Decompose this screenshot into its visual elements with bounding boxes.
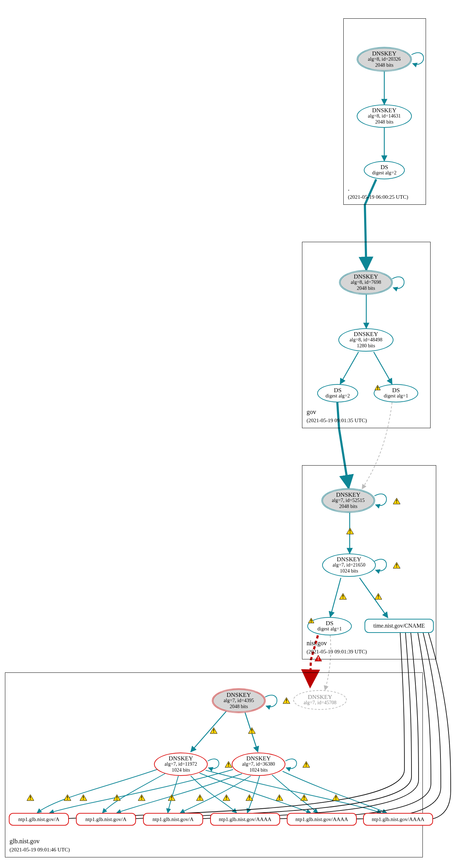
ds-digest: digest alg=1 <box>318 626 342 632</box>
gov-ds2[interactable]: DS digest alg=1 <box>374 384 418 402</box>
svg-rect-31 <box>251 732 252 732</box>
svg-rect-36 <box>30 796 31 798</box>
dnskey-label: DNSKEY <box>308 694 332 700</box>
rr-a-3[interactable]: ntp1.glb.nist.gov/A <box>143 813 203 826</box>
ds-label: DS <box>392 387 400 393</box>
svg-rect-51 <box>226 799 227 800</box>
nist-cname[interactable]: time.nist.gov/CNAME <box>365 619 434 633</box>
key-bits: 1024 bits <box>340 568 358 574</box>
root-ksk[interactable]: DNSKEY alg=8, id=20326 2048 bits <box>357 47 412 72</box>
svg-rect-16 <box>350 529 350 532</box>
zone-glb-name: glb.nist.gov <box>10 838 40 845</box>
svg-rect-37 <box>30 799 31 800</box>
gov-zsk[interactable]: DNSKEY alg=8, id=48498 1280 bits <box>338 328 393 352</box>
gov-ds1[interactable]: DS digest alg=2 <box>317 384 358 402</box>
svg-rect-59 <box>336 799 336 800</box>
warning-icon <box>168 794 176 801</box>
rr-a-2[interactable]: ntp1.glb.nist.gov/A <box>76 813 136 826</box>
glb-zsk1[interactable]: DNSKEY alg=7, id=11972 1024 bits <box>154 753 208 776</box>
svg-rect-44 <box>141 796 142 798</box>
dnskey-label: DNSKEY <box>372 107 397 113</box>
svg-rect-47 <box>171 799 172 800</box>
warning-icon <box>393 498 401 504</box>
svg-rect-27 <box>286 702 287 702</box>
svg-rect-50 <box>226 796 227 798</box>
svg-rect-45 <box>141 799 142 800</box>
key-bits: 2048 bits <box>375 62 393 68</box>
rr-a-1[interactable]: ntp1.glb.nist.gov/A <box>9 813 69 826</box>
ds-label: DS <box>380 164 388 170</box>
svg-rect-30 <box>251 729 252 731</box>
warning-icon <box>300 794 308 801</box>
warning-icon <box>332 794 340 801</box>
svg-rect-23 <box>378 598 379 598</box>
key-alg: alg=7, id=21650 <box>333 562 366 568</box>
glb-zsk2[interactable]: DNSKEY alg=7, id=36380 1024 bits <box>232 753 285 776</box>
nist-zsk[interactable]: DNSKEY alg=7, id=21650 1024 bits <box>322 553 376 577</box>
zone-root-name: . <box>348 185 350 192</box>
root-ds[interactable]: DS digest alg=2 <box>364 161 405 179</box>
nist-ds[interactable]: DS digest alg=1 <box>307 617 352 635</box>
svg-rect-15 <box>396 502 397 503</box>
warning-icon <box>64 794 71 801</box>
svg-rect-57 <box>304 799 304 800</box>
warning-icon <box>196 794 204 801</box>
warning-icon <box>346 528 354 534</box>
warning-icon <box>138 794 146 801</box>
dnskey-label: DNSKEY <box>336 492 361 498</box>
warning-icon <box>113 794 121 801</box>
dnskey-label: DNSKEY <box>169 755 193 761</box>
key-bits: 2048 bits <box>357 286 375 291</box>
key-alg: alg=7, id=52515 <box>332 498 365 503</box>
rr-aaaa-3[interactable]: ntp1.glb.nist.gov/AAAA <box>363 813 433 826</box>
warning-icon <box>393 562 401 569</box>
key-alg: alg=7, id=36380 <box>242 761 275 767</box>
zone-root-ts: (2021-05-19 06:00:25 UTC) <box>348 194 408 200</box>
zone-gov-name: gov <box>307 408 316 416</box>
zone-gov-ts: (2021-05-19 09:01:35 UTC) <box>307 418 367 424</box>
gov-ksk[interactable]: DNSKEY alg=8, id=7698 2048 bits <box>339 270 393 295</box>
svg-rect-35 <box>306 766 307 766</box>
ds-digest: digest alg=1 <box>384 393 408 399</box>
svg-rect-42 <box>117 796 117 798</box>
rr-label: time.nist.gov/CNAME <box>373 623 425 629</box>
svg-rect-33 <box>228 766 229 766</box>
warning-icon <box>245 794 253 801</box>
svg-rect-10 <box>377 387 378 388</box>
glb-ksk[interactable]: DNSKEY alg=7, id=4395 2048 bits <box>212 688 266 713</box>
ds-label: DS <box>334 387 342 393</box>
key-bits: 1280 bits <box>357 343 375 349</box>
rr-aaaa-1[interactable]: ntp1.glb.nist.gov/AAAA <box>210 813 280 826</box>
svg-rect-24 <box>318 657 319 659</box>
svg-rect-32 <box>228 763 229 765</box>
svg-rect-21 <box>343 598 343 598</box>
zone-glb-ts: (2021-05-19 09:01:46 UTC) <box>10 847 70 853</box>
warning-icon <box>210 727 218 734</box>
svg-rect-39 <box>67 799 68 800</box>
svg-rect-52 <box>249 796 250 798</box>
warning-icon <box>374 593 382 600</box>
svg-rect-55 <box>279 799 280 800</box>
rr-aaaa-2[interactable]: ntp1.glb.nist.gov/AAAA <box>287 813 357 826</box>
svg-rect-54 <box>279 796 280 798</box>
ds-digest: digest alg=2 <box>326 393 350 399</box>
svg-rect-18 <box>396 564 397 566</box>
svg-rect-29 <box>213 732 214 732</box>
svg-rect-56 <box>304 796 304 798</box>
svg-rect-20 <box>343 595 343 597</box>
root-zsk[interactable]: DNSKEY alg=8, id=14631 2048 bits <box>357 104 412 128</box>
key-bits: 1024 bits <box>172 767 190 773</box>
key-bits: 2048 bits <box>375 119 393 125</box>
nist-ksk[interactable]: DNSKEY alg=7, id=52515 2048 bits <box>321 488 375 513</box>
key-alg: alg=8, id=20326 <box>368 56 401 62</box>
warning-icon <box>79 794 87 801</box>
glb-ghost-key[interactable]: DNSKEY alg=7, id=45708 <box>293 690 347 710</box>
warning-icon <box>308 618 314 623</box>
svg-rect-28 <box>213 729 214 731</box>
warning-icon <box>26 794 34 801</box>
warning-icon <box>302 761 310 768</box>
key-alg: alg=7, id=11972 <box>165 761 197 767</box>
svg-rect-19 <box>396 567 397 567</box>
dnskey-label: DNSKEY <box>337 556 361 562</box>
warning-icon <box>225 761 232 768</box>
